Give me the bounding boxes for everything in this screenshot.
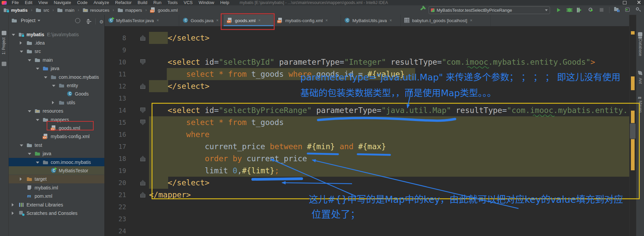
tree-row-resources[interactable]: resources: [9, 107, 104, 115]
menu-item-tools[interactable]: Tools: [167, 0, 178, 5]
fold-marker-icon[interactable]: [140, 120, 145, 125]
tree-row-java[interactable]: java: [9, 64, 104, 73]
chevron-expanded-icon[interactable]: [20, 51, 23, 53]
menu-item-navigate[interactable]: Navigate: [54, 0, 71, 5]
run-configuration-select[interactable]: MyBatisTestor.testSelectByPriceRange: [429, 6, 550, 14]
tab-close-icon[interactable]: ×: [157, 18, 159, 23]
structure-tool-icon[interactable]: [2, 62, 6, 66]
chevron-expanded-icon[interactable]: [36, 119, 39, 121]
tree-row-External-Libraries[interactable]: External Libraries: [9, 200, 104, 209]
scrollbar-thumb[interactable]: [630, 123, 636, 139]
tree-row-com-imooc-mybatis[interactable]: com.imooc.mybatis: [9, 73, 104, 81]
maximize-button[interactable]: [623, 0, 627, 4]
tree-row-target[interactable]: target: [9, 175, 104, 183]
tab-MyBatisUtils-java[interactable]: MyBatisUtils.java×: [341, 15, 401, 26]
gear-icon[interactable]: ⚙: [99, 19, 104, 24]
tab-mybatis-config-xml[interactable]: mybatis-config.xml×: [274, 15, 341, 26]
chevron-expanded-icon[interactable]: [28, 153, 31, 155]
breadcrumb-item-main[interactable]: main: [57, 7, 74, 13]
chevron-expanded-icon[interactable]: [12, 34, 15, 36]
close-button[interactable]: [637, 0, 641, 4]
menu-item-build[interactable]: Build: [138, 0, 147, 5]
search-everywhere-icon[interactable]: [635, 6, 642, 14]
menu-item-analyze[interactable]: Analyze: [94, 0, 109, 5]
fold-marker-icon[interactable]: [140, 156, 145, 161]
tree-row--idea[interactable]: .idea: [9, 39, 104, 47]
chevron-collapsed-icon[interactable]: [12, 212, 14, 215]
breadcrumb-item-mappers[interactable]: mappers: [117, 7, 142, 13]
chevron-expanded-icon[interactable]: [52, 85, 55, 87]
project-structure-icon[interactable]: [613, 6, 621, 14]
tab-goods-xml[interactable]: goods.xml×: [224, 15, 274, 26]
debug-button[interactable]: [566, 6, 573, 14]
tool-button-ant[interactable]: Ant: [638, 78, 643, 84]
fold-marker-icon[interactable]: [140, 180, 145, 185]
menu-item-code[interactable]: Code: [77, 0, 88, 5]
tree-row-pom-xml[interactable]: pom.xml: [9, 192, 104, 200]
breadcrumb-item-resources[interactable]: resources: [83, 7, 109, 13]
tree-row-java[interactable]: java: [9, 150, 104, 158]
chevron-expanded-icon[interactable]: [36, 162, 39, 164]
tree-row-Scratches-and-Consoles[interactable]: Scratches and Consoles: [9, 209, 104, 217]
fold-marker-icon[interactable]: [140, 83, 145, 89]
chevron-expanded-icon[interactable]: [44, 76, 47, 78]
chevron-collapsed-icon[interactable]: [20, 177, 22, 181]
tree-row-mybatis-iml[interactable]: mybatis.iml: [9, 183, 104, 192]
tool-button-database[interactable]: Database: [638, 39, 643, 56]
tab-MyBatisTestor-java[interactable]: MyBatisTestor.java×: [105, 15, 179, 26]
fold-marker-icon[interactable]: [140, 108, 145, 113]
fold-marker-icon[interactable]: [140, 59, 145, 65]
tree-row-main[interactable]: main: [9, 56, 104, 64]
code-editor[interactable]: 8 </select>910 <select id="selectById" p…: [105, 26, 629, 236]
fold-marker-icon[interactable]: [140, 192, 145, 197]
tree-row-entity[interactable]: entity: [9, 81, 104, 90]
menu-item-window[interactable]: Window: [199, 0, 214, 5]
tree-row-mybatis[interactable]: mybatisE:\java\mybatis: [9, 30, 104, 39]
run-button[interactable]: [555, 6, 562, 14]
tab-close-icon[interactable]: ×: [390, 18, 392, 23]
profiler-button[interactable]: [587, 6, 595, 14]
chevron-collapsed-icon[interactable]: [20, 41, 22, 45]
tab-close-icon[interactable]: ×: [216, 18, 218, 23]
menu-item-vcs[interactable]: VCS: [184, 0, 193, 5]
collapse-all-icon[interactable]: [87, 21, 91, 22]
tree-row-MyBatisTestor[interactable]: MyBatisTestor: [9, 166, 104, 175]
menu-item-file[interactable]: File: [12, 0, 19, 5]
menu-item-run[interactable]: Run: [153, 0, 161, 5]
menu-item-view[interactable]: View: [38, 0, 48, 5]
project-panel-title[interactable]: Project: [21, 18, 36, 23]
tab-Goods-java[interactable]: Goods.java×: [179, 15, 224, 26]
locate-icon[interactable]: [75, 18, 80, 23]
fold-marker-icon[interactable]: [140, 35, 145, 41]
menu-item-help[interactable]: Help: [220, 0, 229, 5]
run-window-icon[interactable]: [624, 6, 631, 14]
tree-row-mybatis-config-xml[interactable]: mybatis-config.xml: [9, 132, 104, 141]
tree-row-test[interactable]: test: [9, 141, 104, 149]
breadcrumb-item-mybatis[interactable]: mybatis: [3, 7, 28, 13]
tab-close-icon[interactable]: ×: [326, 18, 328, 23]
tab-close-icon[interactable]: ×: [258, 18, 261, 23]
project-tool-icon[interactable]: [2, 31, 6, 35]
chevron-expanded-icon[interactable]: [28, 59, 31, 61]
tab-close-icon[interactable]: ×: [470, 18, 472, 23]
tree-row-mappers[interactable]: mappers: [9, 115, 104, 124]
tool-button-project[interactable]: 1: Project: [1, 38, 6, 55]
breadcrumb-item-goods-xml[interactable]: goods.xml: [150, 7, 178, 13]
chevron-expanded-icon[interactable]: [28, 110, 31, 112]
tab-babytun-t_goods-localhost-[interactable]: babytun.t_goods [localhost]×: [401, 15, 491, 26]
tool-button-maven[interactable]: Maven: [638, 101, 643, 113]
build-hammer-icon[interactable]: [419, 6, 427, 14]
editor-scrollbar[interactable]: [629, 26, 636, 236]
breadcrumb-item-src[interactable]: src: [36, 7, 49, 13]
menu-item-edit[interactable]: Edit: [25, 0, 32, 5]
chevron-collapsed-icon[interactable]: [12, 203, 14, 206]
tree-row-com-imooc-mybatis[interactable]: com.imooc.mybatis: [9, 158, 104, 166]
tree-row-utils[interactable]: utils: [9, 98, 104, 107]
tree-row-Goods[interactable]: Goods: [9, 90, 104, 98]
menu-item-refactor[interactable]: Refactor: [115, 0, 132, 5]
chevron-expanded-icon[interactable]: [20, 144, 23, 146]
tree-row-src[interactable]: src: [9, 47, 104, 56]
tree-row-goods-xml[interactable]: goods.xml: [9, 124, 104, 132]
chevron-collapsed-icon[interactable]: [52, 101, 54, 104]
chevron-expanded-icon[interactable]: [36, 68, 39, 70]
